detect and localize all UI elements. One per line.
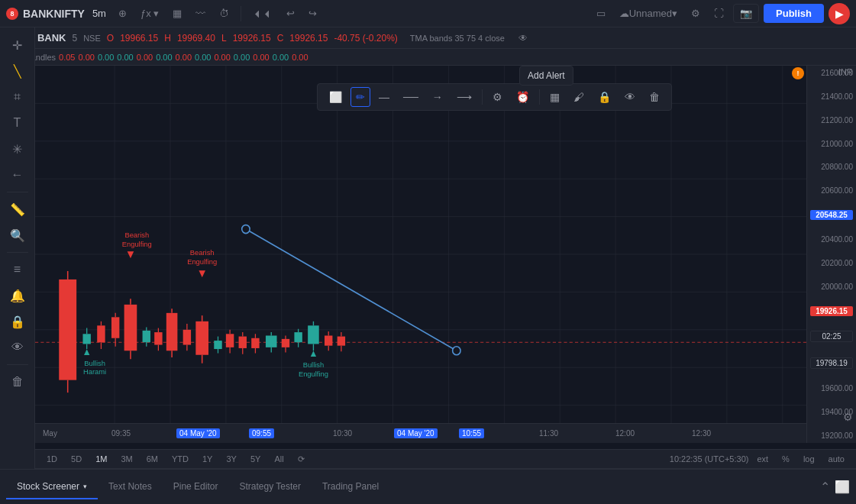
tab-strategy-tester[interactable]: Strategy Tester <box>228 475 311 499</box>
sidebar-sep1 <box>7 192 28 192</box>
replay-icon-button[interactable]: ⟳ <box>292 452 310 467</box>
tab-pine-editor[interactable]: Pine Editor <box>163 475 229 499</box>
cursor-tool-button[interactable]: ✛ <box>5 34 31 57</box>
price-19798: 19798.19 <box>810 357 853 369</box>
arrow-button[interactable]: ⟶ <box>451 87 477 107</box>
period-5y[interactable]: 5Y <box>245 452 266 466</box>
draw-settings-button[interactable]: ⚙ <box>487 87 508 107</box>
chart-type-button[interactable]: ▦ <box>168 5 186 22</box>
trash-button[interactable]: 🗑 <box>5 370 31 393</box>
zoom-button[interactable]: 🔍 <box>5 224 31 247</box>
draw-line-button[interactable]: ╲ <box>5 60 31 82</box>
price-21000: 21000.00 <box>810 140 853 148</box>
candle-val-3: 0.00 <box>117 53 133 62</box>
svg-rect-74 <box>308 325 319 344</box>
lock-draw-button[interactable]: 🔒 <box>593 87 616 107</box>
text-tool-button[interactable]: T <box>5 111 31 134</box>
candle-val-6: 0.00 <box>176 53 192 62</box>
tab-trading-panel[interactable]: Trading Panel <box>312 475 389 499</box>
svg-rect-65 <box>266 335 277 347</box>
visibility-button[interactable]: 👁 <box>619 87 641 107</box>
svg-text:Bullish: Bullish <box>84 359 105 367</box>
style-button[interactable]: 🖌 <box>568 87 590 107</box>
undo-button[interactable]: ↩ <box>282 5 299 22</box>
high-value: 19969.40 <box>177 33 215 44</box>
candle-val: 0.05 <box>59 53 75 62</box>
candle-val-8: 0.00 <box>214 53 230 62</box>
svg-text:▼: ▼ <box>196 266 207 279</box>
draw-gann-button[interactable]: ⌗ <box>5 86 31 108</box>
tabs-minimize-button[interactable]: ⌃ <box>820 480 830 494</box>
live-button[interactable]: ▶ <box>829 3 850 24</box>
chart-style-button[interactable]: 〰 <box>191 5 210 22</box>
settings-button[interactable]: ⚙ <box>686 5 705 22</box>
indicators-button[interactable]: ƒx ▾ <box>136 5 163 22</box>
replay-button[interactable]: ⏴⏴ <box>248 5 277 22</box>
indicator-eye-button[interactable]: 👁 <box>514 30 532 47</box>
period-5d[interactable]: 5D <box>66 452 87 466</box>
tabs-maximize-button[interactable]: ⬜ <box>835 480 850 494</box>
rect-select-button[interactable]: ⬜ <box>324 87 347 107</box>
cloud-button[interactable]: ☁ Unnamed ▾ <box>615 5 682 22</box>
price-19600: 19600.00 <box>810 384 853 393</box>
line-ext-button[interactable]: ── <box>398 87 424 107</box>
candle-val-12: 0.00 <box>292 53 308 62</box>
period-ytd[interactable]: YTD <box>166 452 194 466</box>
lock-button[interactable]: 🔒 <box>5 310 31 333</box>
price-20200: 20200.00 <box>810 259 853 267</box>
time-1200: 12:00 <box>615 429 635 438</box>
ruler-button[interactable]: 📏 <box>5 198 31 221</box>
line-button[interactable]: — <box>373 87 395 107</box>
period-1d[interactable]: 1D <box>41 452 63 466</box>
topbar-right: ▭ ☁ Unnamed ▾ ⚙ ⛶ 📷 Publish ▶ <box>592 3 850 24</box>
screenshot-button[interactable]: 📷 <box>733 4 759 23</box>
ray-button[interactable]: → <box>427 87 448 107</box>
price-20548: 20548.25 <box>810 210 853 220</box>
period-3y[interactable]: 3Y <box>221 452 241 466</box>
period-3m[interactable]: 3M <box>115 452 137 466</box>
ext-button[interactable]: ext <box>751 452 774 466</box>
fill-button[interactable]: ▦ <box>544 87 565 107</box>
svg-text:Harami: Harami <box>83 367 106 376</box>
candle-val-10: 0.00 <box>253 53 269 62</box>
clock-button[interactable]: ⏱ <box>215 5 234 22</box>
svg-rect-80 <box>338 337 345 346</box>
period-1y[interactable]: 1Y <box>197 452 218 466</box>
back-button[interactable]: ← <box>5 163 31 186</box>
percent-button[interactable]: % <box>777 452 795 466</box>
fullscreen-button[interactable]: ⛶ <box>709 5 728 22</box>
price-20400: 20400.00 <box>810 235 853 244</box>
auto-button[interactable]: auto <box>823 452 850 466</box>
svg-rect-62 <box>251 338 259 348</box>
svg-rect-68 <box>282 339 289 347</box>
current-time: 10:22:35 (UTC+5:30) <box>670 454 749 464</box>
period-6m[interactable]: 6M <box>141 452 163 466</box>
measure-button[interactable]: ✳ <box>5 137 31 160</box>
eye-button[interactable]: 👁 <box>5 336 31 359</box>
draw-alarm-button[interactable]: ⏰ <box>511 87 535 107</box>
period-all[interactable]: All <box>269 452 289 466</box>
tab-strategy-tester-label: Strategy Tester <box>239 481 300 492</box>
sidebar-sep2 <box>7 252 28 253</box>
log-button[interactable]: log <box>798 452 820 466</box>
layout-button[interactable]: ▭ <box>592 5 610 22</box>
price-20600: 20600.00 <box>810 186 853 195</box>
svg-text:Engulfing: Engulfing <box>299 370 328 378</box>
svg-rect-59 <box>239 337 247 348</box>
period-1m[interactable]: 1M <box>90 452 112 466</box>
publish-button[interactable]: Publish <box>764 4 824 23</box>
candle-val-4: 0.00 <box>137 53 153 62</box>
pencil-button[interactable]: ✏ <box>350 87 370 107</box>
watchlist-button[interactable]: ≡ <box>5 258 31 281</box>
tab-stock-screener[interactable]: Stock Screener ▾ <box>6 475 98 499</box>
alerts-button[interactable]: 🔔 <box>5 284 31 307</box>
svg-rect-47 <box>183 330 191 345</box>
settings-gear-icon[interactable]: ⚙ <box>843 411 853 423</box>
compare-button[interactable]: ⊕ <box>114 5 131 22</box>
bottom-right-btns: ext % log auto <box>751 452 850 466</box>
candle-val-7: 0.00 <box>195 53 211 62</box>
redo-button[interactable]: ↪ <box>304 5 321 22</box>
tab-text-notes[interactable]: Text Notes <box>98 475 163 499</box>
currency-label: INR <box>838 67 853 76</box>
delete-button[interactable]: 🗑 <box>644 87 665 107</box>
